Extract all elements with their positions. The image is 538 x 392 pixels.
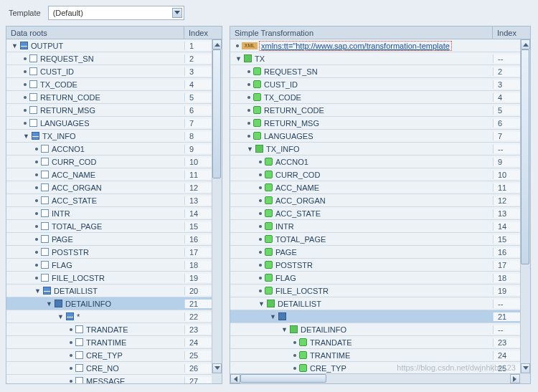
- tree-row[interactable]: FILE_LOCSTR19: [230, 285, 530, 297]
- tree-row[interactable]: CUST_ID3: [6, 65, 222, 78]
- tree-row[interactable]: ACC_STATE13: [230, 207, 530, 220]
- tree-row[interactable]: TX_CODE4: [6, 78, 222, 91]
- tree-row[interactable]: CURR_COD10: [6, 156, 222, 168]
- node-label: CRE_TYP: [310, 364, 346, 373]
- template-dropdown[interactable]: (Default): [48, 6, 184, 20]
- toggle-icon[interactable]: ▼: [258, 300, 265, 307]
- scroll-up-icon[interactable]: [212, 39, 222, 49]
- toggle-icon[interactable]: ▼: [280, 325, 288, 333]
- scroll-down-icon[interactable]: [212, 363, 222, 373]
- tree-row[interactable]: ▼DETAILINFO--: [230, 323, 530, 336]
- tree-row[interactable]: ACC_NAME11: [6, 168, 222, 181]
- scroll-track[interactable]: [521, 49, 530, 363]
- tree-row[interactable]: PAGE16: [6, 233, 222, 246]
- tree-row[interactable]: INTR14: [6, 207, 222, 220]
- scroll-left-icon[interactable]: [230, 374, 240, 383]
- scroll-track[interactable]: [212, 49, 222, 363]
- tree-row[interactable]: ACC_ORGAN12: [6, 181, 222, 194]
- toggle-icon[interactable]: ▼: [34, 287, 42, 295]
- tree-row[interactable]: FLAG18: [230, 272, 530, 285]
- tree-row[interactable]: ▼DETAILLIST20: [6, 285, 222, 297]
- right-tree: XMLxmlns:tt="http://www.sap.com/transfor…: [230, 39, 530, 383]
- tree-row[interactable]: POSTSTR17: [230, 259, 530, 272]
- toggle-icon[interactable]: ▼: [246, 145, 254, 153]
- grn-icon: [299, 364, 307, 372]
- scroll-thumb[interactable]: [240, 374, 326, 383]
- toggle-icon[interactable]: ▼: [269, 312, 277, 320]
- scroll-up-icon[interactable]: [521, 39, 530, 49]
- scrollbar-horizontal[interactable]: [230, 373, 520, 383]
- node-label: DETAILINFO: [65, 300, 111, 308]
- grn-icon: [299, 338, 307, 346]
- grn-icon: [265, 287, 273, 295]
- node-label: TRANTIME: [86, 338, 126, 347]
- tree-row[interactable]: TRANDATE23: [230, 336, 530, 349]
- tree-row[interactable]: ▼TX_INFO8: [6, 130, 222, 143]
- tree-row[interactable]: CURR_COD10: [230, 168, 530, 181]
- scroll-right-icon[interactable]: [510, 374, 520, 383]
- node-label: DETAILLIST: [278, 300, 321, 308]
- tree-row[interactable]: RETURN_MSG6: [6, 104, 222, 117]
- grn-sq-icon: [290, 325, 298, 333]
- bullet-icon: [259, 251, 262, 254]
- scrollbar-vertical[interactable]: [520, 39, 530, 383]
- scroll-down-icon[interactable]: [521, 363, 530, 373]
- tree-row[interactable]: ACC_STATE13: [6, 194, 222, 207]
- box-icon: [75, 364, 83, 372]
- tree-row[interactable]: RETURN_MSG6: [230, 117, 530, 130]
- tree-row[interactable]: ▼DETAILINFO21: [6, 297, 222, 310]
- tree-row[interactable]: ACC_NAME11: [230, 181, 530, 194]
- col-name[interactable]: Simple Transformation: [230, 27, 493, 39]
- toggle-icon[interactable]: ▼: [11, 42, 19, 49]
- tree-row[interactable]: ▼21: [230, 310, 530, 323]
- tree-row[interactable]: CRE_NO26: [6, 362, 222, 375]
- tree-row[interactable]: PAGE16: [230, 246, 530, 259]
- bullet-icon: [247, 83, 250, 86]
- tree-row[interactable]: TRANDATE23: [6, 323, 222, 336]
- toggle-icon[interactable]: ▼: [45, 300, 53, 307]
- tree-row[interactable]: POSTSTR17: [6, 246, 222, 259]
- tree-row[interactable]: ACCNO19: [6, 143, 222, 156]
- tree-row[interactable]: ▼DETAILLIST--: [230, 297, 530, 310]
- tree-row[interactable]: ▼TX_INFO--: [230, 143, 530, 156]
- tree-row[interactable]: INTR14: [230, 220, 530, 233]
- chevron-down-icon[interactable]: [172, 8, 182, 18]
- tree-row[interactable]: TOTAL_PAGE15: [230, 233, 530, 246]
- tree-row[interactable]: ▼OUTPUT1: [6, 39, 222, 52]
- tree-row[interactable]: RETURN_CODE5: [6, 91, 222, 104]
- col-name[interactable]: Data roots: [6, 27, 184, 39]
- tree-row[interactable]: CRE_TYP25: [6, 349, 222, 362]
- scroll-thumb[interactable]: [212, 49, 221, 178]
- node-label: CRE_NO: [86, 364, 119, 373]
- xml-header-row[interactable]: XMLxmlns:tt="http://www.sap.com/transfor…: [230, 39, 530, 52]
- tree-row[interactable]: FLAG18: [6, 259, 222, 272]
- tree-row[interactable]: ▼*22: [6, 310, 222, 323]
- tree-row[interactable]: REQUEST_SN2: [6, 52, 222, 65]
- col-index[interactable]: Index: [493, 27, 530, 39]
- tree-row[interactable]: RETURN_CODE5: [230, 104, 530, 117]
- tree-row[interactable]: REQUEST_SN2: [230, 65, 530, 78]
- tree-row[interactable]: LANGUAGES7: [6, 117, 222, 130]
- tree-row[interactable]: ▼TX--: [230, 52, 530, 65]
- tree-row[interactable]: MESSAGE27: [6, 375, 222, 383]
- tree-row[interactable]: TX_CODE4: [230, 91, 530, 104]
- tree-row[interactable]: ACCNO19: [230, 156, 530, 168]
- scrollbar-vertical[interactable]: [212, 39, 222, 383]
- toggle-icon[interactable]: ▼: [235, 54, 242, 62]
- tree-row[interactable]: ACC_ORGAN12: [230, 194, 530, 207]
- bullet-icon: [24, 96, 27, 99]
- scroll-thumb[interactable]: [521, 49, 529, 264]
- tree-row[interactable]: TRANTIME24: [6, 336, 222, 349]
- col-index[interactable]: Index: [184, 27, 222, 39]
- tree-row[interactable]: TOTAL_PAGE15: [6, 220, 222, 233]
- tree-row[interactable]: CUST_ID3: [230, 78, 530, 91]
- tree-row[interactable]: TRANTIME24: [230, 349, 530, 362]
- tree-row[interactable]: FILE_LOCSTR19: [6, 272, 222, 285]
- tree-row[interactable]: LANGUAGES7: [230, 130, 530, 143]
- node-label: FILE_LOCSTR: [52, 274, 105, 282]
- toggle-icon[interactable]: ▼: [22, 132, 30, 140]
- xml-namespace[interactable]: xmlns:tt="http://www.sap.com/transformat…: [261, 42, 450, 50]
- node-label: TX_INFO: [42, 132, 75, 140]
- box-icon: [75, 377, 83, 383]
- toggle-icon[interactable]: ▼: [57, 312, 65, 320]
